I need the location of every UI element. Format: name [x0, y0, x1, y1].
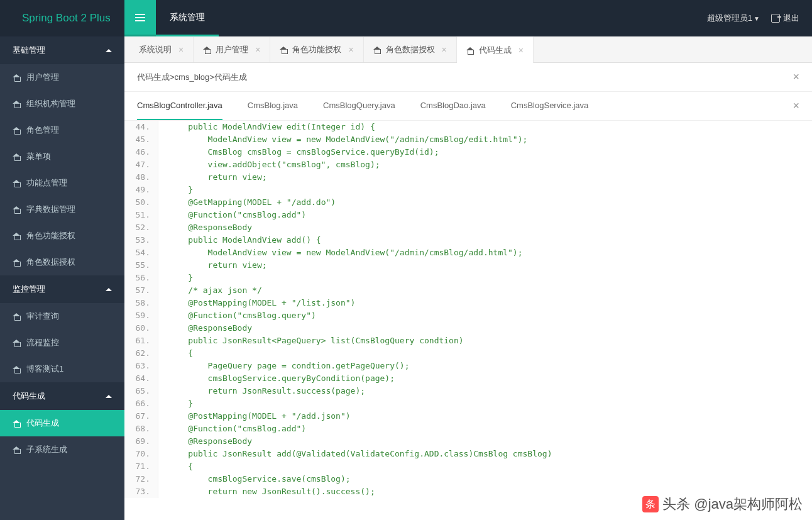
sidebar-item[interactable]: 组织机构管理 [0, 91, 124, 117]
home-icon [203, 47, 211, 53]
code-line: 65. return JsonResult.success(page); [124, 385, 812, 397]
user-dropdown[interactable]: 超级管理员1▼ [707, 13, 760, 24]
line-number: 72. [124, 473, 158, 485]
home-icon [13, 206, 21, 213]
line-number: 59. [124, 309, 158, 322]
app-logo[interactable]: Spring Boot 2 Plus [0, 12, 124, 25]
line-number: 73. [124, 485, 158, 498]
line-number: 70. [124, 448, 158, 460]
close-icon[interactable]: × [793, 99, 799, 113]
sidebar-item[interactable]: 功能点管理 [0, 170, 124, 196]
line-content: return view; [158, 171, 267, 184]
line-number: 55. [124, 259, 158, 272]
sidebar-group-header[interactable]: 基础管理 [0, 36, 124, 64]
breadcrumb: 代码生成>cms_blog>代码生成 [137, 72, 247, 83]
home-icon [13, 259, 21, 266]
code-editor[interactable]: 44. public ModelAndView edit(Integer id)… [124, 121, 812, 520]
chevron-down-icon: ▼ [754, 15, 760, 22]
home-icon [13, 101, 21, 108]
code-line: 57. /* ajax json */ [124, 284, 812, 297]
close-icon[interactable]: × [793, 70, 799, 84]
sidebar-group-header[interactable]: 监控管理 [0, 275, 124, 303]
sidebar-item[interactable]: 审计查询 [0, 303, 124, 329]
line-number: 61. [124, 335, 158, 347]
line-content: /* ajax json */ [158, 284, 262, 297]
home-icon [13, 446, 21, 453]
file-tab[interactable]: CmsBlogDao.java [420, 92, 486, 120]
tab[interactable]: 角色功能授权× [270, 37, 363, 62]
line-number: 64. [124, 372, 158, 385]
file-tab[interactable]: CmsBlogService.java [511, 92, 589, 120]
close-icon[interactable]: × [178, 45, 184, 55]
tab[interactable]: 用户管理× [194, 37, 270, 62]
line-content: @GetMapping(MODEL + "/add.do") [158, 196, 336, 209]
tab[interactable]: 代码生成× [457, 36, 534, 63]
caret-up-icon [106, 288, 112, 291]
sidebar-group-header[interactable]: 代码生成 [0, 382, 124, 410]
sidebar: 基础管理用户管理组织机构管理角色管理菜单项功能点管理字典数据管理角色功能授权角色… [0, 36, 124, 520]
line-content: @ResponseBody [158, 435, 252, 448]
code-line: 44. public ModelAndView edit(Integer id)… [124, 121, 812, 133]
line-content: } [158, 272, 193, 284]
line-number: 52. [124, 221, 158, 234]
code-line: 45. ModelAndView view = new ModelAndView… [124, 133, 812, 146]
line-content: return view; [158, 259, 267, 272]
line-number: 67. [124, 410, 158, 423]
home-icon [13, 127, 21, 134]
code-line: 72. cmsBlogService.save(cmsBlog); [124, 473, 812, 485]
code-line: 54. ModelAndView view = new ModelAndView… [124, 246, 812, 259]
line-content: cmsBlogService.queryByCondition(page); [158, 372, 395, 385]
home-icon [373, 47, 381, 53]
caret-up-icon [106, 395, 112, 398]
sidebar-item[interactable]: 子系统生成 [0, 436, 124, 463]
line-content: view.addObject("cmsBlog", cmsBlog); [158, 158, 380, 171]
line-number: 48. [124, 171, 158, 184]
main-content: 系统说明×用户管理×角色功能授权×角色数据授权×代码生成× 代码生成>cms_b… [124, 36, 812, 520]
tab[interactable]: 角色数据授权× [364, 37, 457, 62]
top-menu-item[interactable]: 系统管理 [156, 0, 219, 36]
close-icon[interactable]: × [255, 45, 260, 55]
line-number: 56. [124, 272, 158, 284]
close-icon[interactable]: × [442, 45, 447, 55]
sidebar-item[interactable]: 角色功能授权 [0, 223, 124, 249]
sidebar-item[interactable]: 用户管理 [0, 64, 124, 91]
file-tab-bar: CmsBlogController.javaCmsBlog.javaCmsBlo… [124, 92, 812, 121]
line-number: 50. [124, 196, 158, 209]
line-content: { [158, 460, 193, 473]
home-icon [13, 420, 21, 427]
menu-toggle-button[interactable] [124, 0, 156, 36]
sidebar-item[interactable]: 博客测试1 [0, 356, 124, 382]
file-tab[interactable]: CmsBlog.java [248, 92, 298, 120]
close-icon[interactable]: × [348, 45, 353, 55]
home-icon [13, 74, 21, 81]
code-line: 63. PageQuery page = condtion.getPageQue… [124, 360, 812, 372]
line-content: CmsBlog cmsBlog = cmsBlogService.queryBy… [158, 146, 439, 158]
file-tab[interactable]: CmsBlogController.java [137, 92, 222, 120]
sidebar-item[interactable]: 角色管理 [0, 117, 124, 143]
line-content: @ResponseBody [158, 221, 252, 234]
home-icon [13, 233, 21, 240]
hamburger-icon [135, 14, 145, 21]
code-line: 52. @ResponseBody [124, 221, 812, 234]
sidebar-item[interactable]: 字典数据管理 [0, 196, 124, 223]
code-line: 58. @PostMapping(MODEL + "/list.json") [124, 297, 812, 309]
sidebar-item[interactable]: 菜单项 [0, 143, 124, 170]
line-content: { [158, 347, 193, 360]
tab[interactable]: 系统说明× [129, 37, 194, 62]
code-line: 71. { [124, 460, 812, 473]
line-number: 71. [124, 460, 158, 473]
code-line: 55. return view; [124, 259, 812, 272]
sidebar-item[interactable]: 代码生成 [0, 410, 124, 436]
home-icon [13, 366, 21, 373]
close-icon[interactable]: × [518, 45, 524, 55]
line-content: @Function("cmsBlog.add") [158, 209, 306, 221]
sidebar-item[interactable]: 角色数据授权 [0, 249, 124, 275]
home-icon [13, 313, 21, 320]
logout-button[interactable]: 退出 [771, 13, 799, 24]
line-content: cmsBlogService.save(cmsBlog); [158, 473, 351, 485]
code-line: 68. @Function("cmsBlog.add") [124, 423, 812, 435]
line-number: 69. [124, 435, 158, 448]
file-tab[interactable]: CmsBlogQuery.java [323, 92, 395, 120]
home-icon [13, 340, 21, 346]
sidebar-item[interactable]: 流程监控 [0, 329, 124, 356]
